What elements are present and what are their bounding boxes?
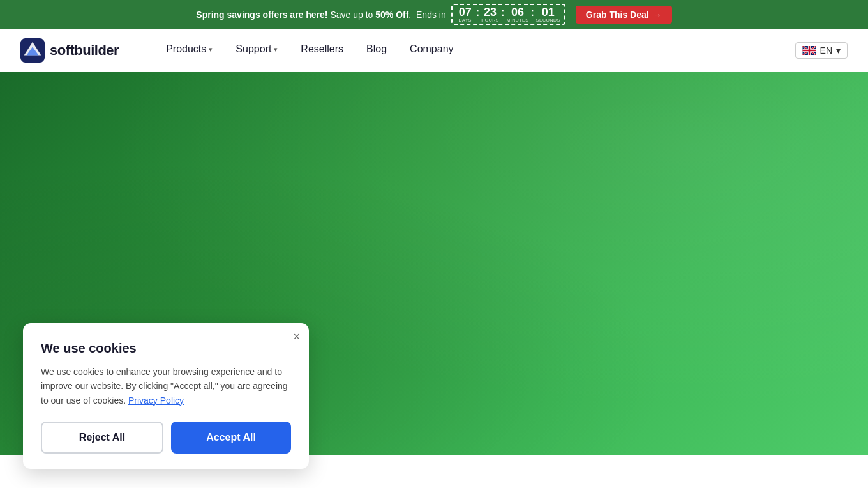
- promo-intro: Spring savings offers are here!: [196, 10, 327, 20]
- timer-days: 07 DAYS: [456, 6, 474, 22]
- promo-deal-text: Save up to: [330, 10, 373, 20]
- logo-icon: [20, 38, 45, 63]
- timer-sep-2: :: [500, 7, 505, 19]
- nav-products-label: Products: [166, 43, 206, 55]
- grab-deal-button[interactable]: Grab This Deal →: [576, 6, 672, 24]
- nav-resellers-label: Resellers: [301, 43, 343, 55]
- timer-sep-1: :: [475, 7, 480, 19]
- timer-sep-3: :: [530, 7, 534, 19]
- nav-company-label: Company: [410, 43, 453, 55]
- nav-links: Products ▾ Support ▾ Resellers Blog Comp…: [154, 29, 774, 72]
- nav-support-label: Support: [236, 43, 271, 55]
- promo-sep: ,: [408, 10, 411, 20]
- language-selector[interactable]: EN ▾: [795, 42, 848, 59]
- grab-deal-label: Grab This Deal: [586, 10, 649, 20]
- promo-text: Spring savings offers are here! Save up …: [196, 10, 445, 20]
- timer-minutes: 06 MINUTES: [506, 6, 528, 22]
- nav-products-chevron-icon: ▾: [209, 45, 213, 54]
- promo-discount: 50% Off: [375, 10, 408, 20]
- nav-products[interactable]: Products ▾: [154, 29, 224, 72]
- nav-resellers[interactable]: Resellers: [289, 29, 355, 72]
- promo-banner: Spring savings offers are here! Save up …: [0, 0, 868, 29]
- nav-company[interactable]: Company: [398, 29, 465, 72]
- nav-blog-label: Blog: [366, 43, 387, 55]
- nav-right: EN ▾: [795, 42, 848, 59]
- cookie-actions: Reject All Accept All: [41, 422, 291, 454]
- timer-seconds: 01 SECONDS: [536, 6, 560, 22]
- flag-uk-icon: [802, 46, 816, 55]
- lang-code: EN: [820, 45, 832, 56]
- grab-deal-arrow-icon: →: [653, 10, 662, 20]
- logo-link[interactable]: softbuilder: [20, 38, 119, 63]
- promo-ends-label: Ends in: [416, 10, 446, 20]
- reject-all-button[interactable]: Reject All: [41, 422, 163, 454]
- cookie-banner: × We use cookies We use cookies to enhan…: [23, 323, 309, 469]
- logo-text: softbuilder: [50, 42, 119, 59]
- navbar: softbuilder Products ▾ Support ▾ Reselle…: [0, 29, 868, 72]
- cookie-title: We use cookies: [41, 341, 291, 356]
- countdown-timer: 07 DAYS : 23 HOURS : 06 MINUTES : 01 SEC…: [451, 4, 565, 25]
- cookie-body: We use cookies to enhance your browsing …: [41, 365, 291, 408]
- cookie-close-button[interactable]: ×: [293, 331, 300, 342]
- nav-blog[interactable]: Blog: [355, 29, 398, 72]
- nav-support-chevron-icon: ▾: [274, 45, 278, 54]
- privacy-policy-link[interactable]: Privacy Policy: [128, 395, 184, 406]
- timer-hours: 23 HOURS: [481, 6, 499, 22]
- accept-all-button[interactable]: Accept All: [171, 422, 291, 454]
- lang-chevron-icon: ▾: [836, 45, 841, 56]
- nav-support[interactable]: Support ▾: [224, 29, 289, 72]
